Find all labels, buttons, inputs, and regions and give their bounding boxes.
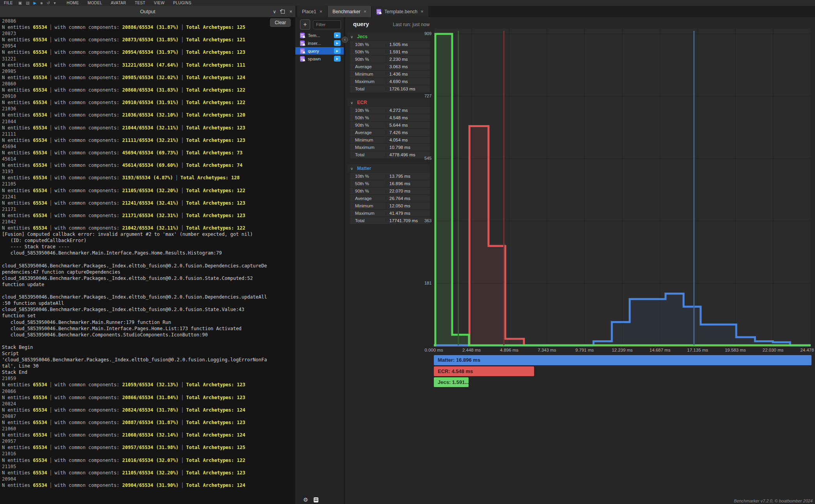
list-item-spawn[interactable]: spawn▶ <box>295 55 344 62</box>
log-count-line: 21036 <box>2 106 293 112</box>
tab-place1[interactable]: Place1× <box>297 6 327 17</box>
close-icon[interactable]: × <box>289 9 292 14</box>
sidebar-bottom-icons: ⚙ <box>303 497 318 503</box>
menu-home[interactable]: HOME <box>67 1 79 5</box>
x-axis-tick-label: 7.343 ms <box>538 348 556 352</box>
entity-prefix: N entities <box>2 138 33 143</box>
stat-value: 4.054 ms <box>386 138 430 142</box>
close-icon[interactable]: × <box>320 9 323 14</box>
entity-count: 65534 <box>33 225 47 231</box>
entity-prefix: N entities <box>2 213 33 218</box>
tab-template-bench[interactable]: Template.bench× <box>372 6 428 17</box>
separator: │ <box>50 75 52 80</box>
script-icon <box>376 9 381 14</box>
separator: │ <box>50 62 52 68</box>
log-entity-line: N entities 65534│with common components:… <box>2 87 293 93</box>
stat-row: Minimum12.050 ms <box>350 202 430 210</box>
entity-prefix: N entities <box>2 100 33 105</box>
log-count-line: 31221 <box>2 56 293 62</box>
stats-section-header[interactable]: ∨ECR <box>347 99 430 106</box>
menu-avatar[interactable]: AVATAR <box>111 1 126 5</box>
list-item-Tem[interactable]: Tem...▶ <box>295 32 344 39</box>
script-icon <box>300 33 305 38</box>
common-value: 20887/65534 (31.87%) <box>122 420 179 425</box>
file-menu[interactable]: FILE <box>4 1 13 5</box>
stat-value: 1.505 ms <box>386 42 430 47</box>
log-entity-line: N entities 65534│with common components:… <box>2 150 293 156</box>
separator: │ <box>181 87 184 93</box>
separator: │ <box>181 150 184 156</box>
separator: │ <box>181 100 184 105</box>
menu-model[interactable]: MODEL <box>87 1 102 5</box>
stats-rows: 10th %13.795 ms50th %16.896 ms90th %22.0… <box>350 173 430 225</box>
log-entity-line: N entities 65534│with common components:… <box>2 99 293 106</box>
log-entity-line: N entities 65534│with common components:… <box>2 200 293 206</box>
stop-icon[interactable]: ■ <box>40 0 43 6</box>
archetypes-value: Total Archetypes: 125 <box>186 25 245 30</box>
list-item-query[interactable]: query▶ <box>295 47 344 55</box>
common-value: 21171/65534 (32.31%) <box>122 213 179 218</box>
archetypes-value: Total Archetypes: 123 <box>186 213 245 218</box>
log-count-line: 21016 <box>2 451 293 457</box>
stats-rows: 10th %1.505 ms50th %1.591 ms90th %2.230 … <box>350 41 430 93</box>
run-benchmark-button[interactable]: ▶ <box>334 48 341 54</box>
report-icon[interactable] <box>314 497 318 502</box>
common-label: with common components: <box>55 382 122 387</box>
caret-down-icon[interactable]: ▾ <box>54 0 56 6</box>
chevron-down-icon[interactable]: ∨ <box>273 9 276 14</box>
list-item-inser[interactable]: inser...▶ <box>295 39 344 47</box>
stat-value: 4.272 ms <box>386 108 430 113</box>
tab-benchmarker[interactable]: Benchmarker× <box>328 6 371 17</box>
gear-icon[interactable]: ⚙ <box>303 497 308 503</box>
log-count-line: 20904 <box>2 476 293 482</box>
separator: │ <box>50 138 52 143</box>
menu-test[interactable]: TEST <box>135 1 145 5</box>
stat-row: 10th %13.795 ms <box>350 173 430 180</box>
entity-prefix: N entities <box>2 395 33 400</box>
log-error-line: cloud_5853950046.Benchmarker.Main.Runner… <box>2 319 293 325</box>
undo-icon[interactable]: ↺ <box>46 0 50 6</box>
separator: │ <box>50 407 52 413</box>
common-label: with common components: <box>55 175 122 180</box>
run-benchmark-button[interactable]: ▶ <box>334 56 341 62</box>
close-icon[interactable]: × <box>364 9 367 14</box>
play-icon[interactable]: ▶ <box>34 0 37 6</box>
common-value: 21241/65534 (32.41%) <box>122 200 179 206</box>
common-value: 21036/65534 (32.10%) <box>122 112 179 118</box>
log-entity-line: N entities 65534│with common components:… <box>2 125 293 131</box>
stat-row: Average7.426 ms <box>350 129 430 136</box>
separator: │ <box>50 100 52 105</box>
add-benchmark-button[interactable]: + <box>300 19 310 30</box>
run-benchmark-button[interactable]: ▶ <box>334 40 341 46</box>
separator: │ <box>181 458 184 463</box>
x-axis-tick-label: 2.448 ms <box>462 348 481 352</box>
log-count-line: 3193 <box>2 168 293 175</box>
close-icon[interactable]: × <box>421 9 424 14</box>
paste-icon[interactable]: ▣ <box>18 0 22 6</box>
dock-window-icon[interactable] <box>281 10 285 14</box>
stats-section-header[interactable]: ∨Matter <box>347 164 430 172</box>
clear-output-button[interactable]: Clear <box>270 18 291 27</box>
log-error-line: tal', Line 30 <box>2 363 293 369</box>
entity-count: 65534 <box>33 62 47 68</box>
collapse-sidebar-handle[interactable]: ‹ <box>342 37 348 43</box>
stat-row: 50th %1.591 ms <box>350 48 430 56</box>
output-header-icons: ∨ × <box>273 6 292 17</box>
x-axis-tick-label: 9.791 ms <box>575 348 594 352</box>
log-error-line: (ID: computedCallbackError) <box>2 237 293 244</box>
menu-view[interactable]: VIEW <box>154 1 165 5</box>
archetypes-value: Total Archetypes: 111 <box>186 62 245 68</box>
tab-label: Template.bench <box>384 9 417 14</box>
menu-plugins[interactable]: PLUGINS <box>173 1 192 5</box>
archetypes-value: Total Archetypes: 128 <box>181 175 240 180</box>
separator: │ <box>181 470 184 476</box>
stat-row: Average3.063 ms <box>350 63 430 71</box>
common-label: with common components: <box>55 470 122 476</box>
script-icon <box>300 41 305 46</box>
stat-value: 1.591 ms <box>386 50 430 54</box>
run-benchmark-button[interactable]: ▶ <box>334 32 341 38</box>
log-count-line: 45614 <box>2 156 293 162</box>
common-label: with common components: <box>55 125 122 131</box>
copy-icon[interactable]: ▤ <box>26 0 29 6</box>
filter-input[interactable] <box>313 20 341 29</box>
